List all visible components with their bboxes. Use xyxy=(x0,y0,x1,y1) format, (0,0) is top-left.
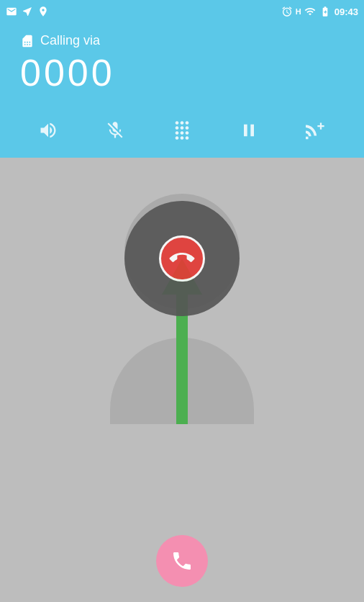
speaker-button[interactable] xyxy=(34,116,63,145)
controls-row xyxy=(0,109,364,158)
hold-button[interactable] xyxy=(235,116,263,145)
end-call-icon-btn[interactable] xyxy=(159,235,205,282)
battery-icon xyxy=(319,6,332,17)
add-call-button[interactable] xyxy=(301,116,330,145)
notification-icon-1 xyxy=(6,6,17,17)
dark-circle-bg xyxy=(124,201,240,316)
notification-icon-2 xyxy=(22,6,33,17)
status-bar: H 09:43 xyxy=(0,0,364,23)
answer-button[interactable] xyxy=(156,535,208,587)
status-icons-right: H 09:43 xyxy=(281,6,358,17)
notification-icon-3 xyxy=(37,6,49,17)
calling-number: 0000 xyxy=(20,51,344,94)
sim-card-icon xyxy=(20,34,35,48)
alarm-icon xyxy=(281,6,293,17)
status-icons-left xyxy=(6,6,49,17)
signal-bars-icon xyxy=(304,6,316,17)
calling-via-label: Calling via xyxy=(20,33,344,48)
signal-h-icon: H xyxy=(296,7,301,16)
answer-icon-btn[interactable] xyxy=(156,535,208,587)
dialpad-button[interactable] xyxy=(168,116,196,145)
time-display: 09:43 xyxy=(335,6,358,17)
mute-button[interactable] xyxy=(101,116,129,145)
call-area xyxy=(0,158,364,602)
calling-header: Calling via 0000 xyxy=(0,23,364,109)
end-call-button[interactable] xyxy=(124,201,240,316)
